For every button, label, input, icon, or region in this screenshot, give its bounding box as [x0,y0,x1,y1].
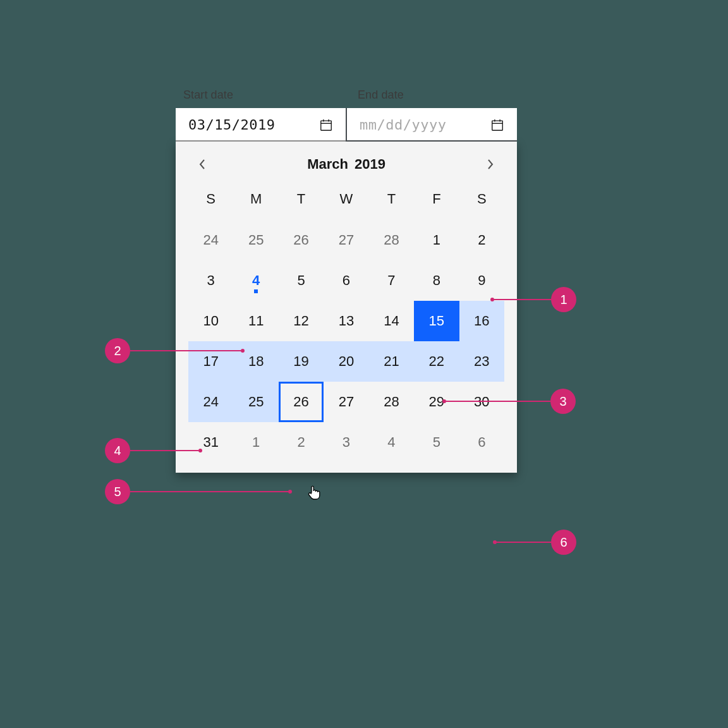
calendar-day[interactable]: 11 [233,301,278,341]
calendar-day[interactable]: 16 [459,301,504,341]
calendar-day[interactable]: 6 [459,422,504,463]
calendar-day[interactable]: 27 [324,220,368,260]
annotation-5: 5 [105,479,292,504]
svg-rect-0 [321,121,332,130]
calendar-day[interactable]: 4 [369,422,414,463]
calendar-day[interactable]: 7 [369,260,414,301]
calendar-day[interactable]: 22 [414,341,459,382]
calendar-icon [490,118,504,132]
weekday-label: S [459,185,504,220]
weekday-label: M [233,185,278,220]
annotation-badge: 1 [551,287,576,312]
calendar-day[interactable]: 5 [279,260,324,301]
calendar-day[interactable]: 2 [459,220,504,260]
field-labels: Start date End date [176,88,517,102]
calendar-day[interactable]: 13 [324,301,368,341]
calendar-day[interactable]: 28 [369,382,414,422]
calendar-day[interactable]: 14 [369,301,414,341]
calendar-day[interactable]: 26 [279,220,324,260]
annotation-6: 6 [493,530,576,555]
calendar-day[interactable]: 3 [324,422,368,463]
start-date-label: Start date [183,88,343,102]
calendar-day[interactable]: 24 [188,382,233,422]
calendar-day[interactable]: 24 [188,220,233,260]
weekday-label: S [188,185,233,220]
calendar-day[interactable]: 21 [369,341,414,382]
calendar-day[interactable]: 17 [188,341,233,382]
calendar-day[interactable]: 10 [188,301,233,341]
calendar-day[interactable]: 30 [459,382,504,422]
year: 2019 [355,156,385,173]
calendar-day[interactable]: 23 [459,341,504,382]
pointer-cursor-icon [307,484,321,500]
start-date-value: 03/15/2019 [188,117,275,133]
month-name: March [307,156,348,173]
weekday-label: T [369,185,414,220]
calendar-icon [319,118,333,132]
weekday-header: SMTWTFS [188,185,504,220]
date-range-picker: Start date End date 03/15/2019 mm/dd/yyy… [176,88,517,473]
calendar-day[interactable]: 29 [414,382,459,422]
days-grid: 2425262728123456789101112131415161718192… [188,220,504,463]
svg-rect-4 [492,121,503,130]
calendar-day[interactable]: 26 [279,382,324,422]
end-date-placeholder: mm/dd/yyyy [360,117,446,133]
weekday-label: T [279,185,324,220]
calendar-day[interactable]: 12 [279,301,324,341]
end-date-input[interactable]: mm/dd/yyyy [347,108,517,142]
calendar-day[interactable]: 1 [414,220,459,260]
calendar-day[interactable]: 6 [324,260,368,301]
calendar-day[interactable]: 25 [233,220,278,260]
start-date-input[interactable]: 03/15/2019 [176,108,346,142]
calendar-panel: March 2019 SMTWTFS 242526272812345678910… [176,142,517,473]
prev-month-button[interactable] [193,155,211,173]
annotation-badge: 6 [551,530,576,555]
calendar-day[interactable]: 2 [279,422,324,463]
calendar-day[interactable]: 1 [233,422,278,463]
calendar-day[interactable]: 31 [188,422,233,463]
calendar-day[interactable]: 25 [233,382,278,422]
month-nav: March 2019 [188,148,504,185]
calendar-day[interactable]: 27 [324,382,368,422]
calendar-day[interactable]: 19 [279,341,324,382]
calendar-day[interactable]: 15 [414,301,459,341]
calendar-day[interactable]: 20 [324,341,368,382]
calendar-day[interactable]: 9 [459,260,504,301]
calendar-day[interactable]: 5 [414,422,459,463]
calendar-day[interactable]: 3 [188,260,233,301]
month-year-label[interactable]: March 2019 [307,156,385,173]
date-inputs: 03/15/2019 mm/dd/yyyy [176,108,517,142]
weekday-label: W [324,185,368,220]
calendar-day[interactable]: 4 [233,260,278,301]
calendar-day[interactable]: 18 [233,341,278,382]
calendar-day[interactable]: 28 [369,220,414,260]
annotation-badge: 2 [105,338,130,363]
calendar-day[interactable]: 8 [414,260,459,301]
annotation-badge: 3 [550,389,576,414]
weekday-label: F [414,185,459,220]
next-month-button[interactable] [482,155,499,173]
annotation-badge: 4 [105,438,130,463]
end-date-label: End date [358,88,517,102]
annotation-badge: 5 [105,479,130,504]
